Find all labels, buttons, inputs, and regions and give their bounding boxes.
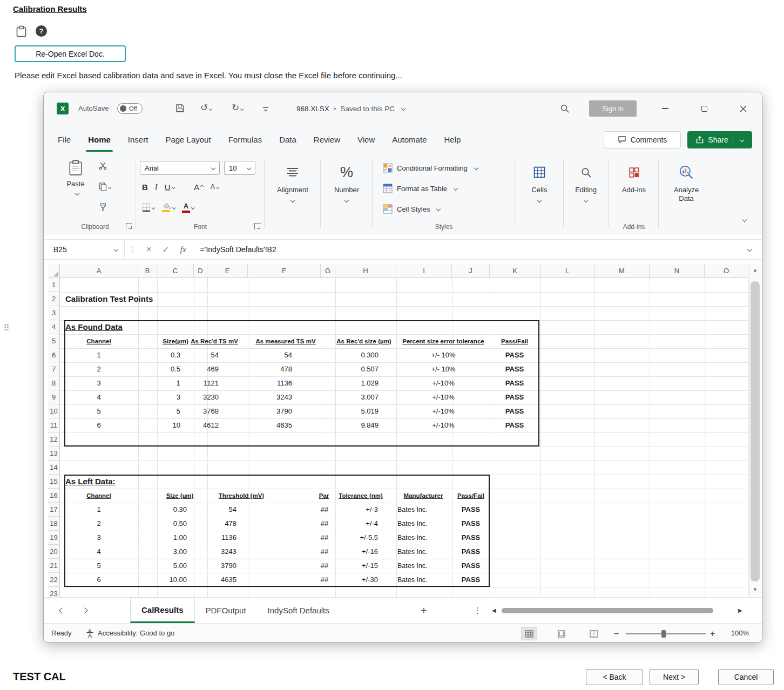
zoom-out-button[interactable]: − xyxy=(614,624,619,642)
column-header-J[interactable]: J xyxy=(452,264,490,278)
as-found-data-cell[interactable]: 6 xyxy=(97,418,100,432)
cut-button[interactable] xyxy=(99,162,107,170)
as-left-data-cell[interactable]: Bates Inc. xyxy=(397,573,428,587)
as-found-data-cell[interactable]: 4635 xyxy=(276,418,292,432)
as-found-data-cell[interactable]: 1.029 xyxy=(361,376,379,390)
as-left-data-cell[interactable]: ## xyxy=(321,517,328,531)
maximize-button[interactable] xyxy=(695,100,713,117)
as-left-data-cell[interactable]: Bates Inc. xyxy=(397,559,428,573)
as-left-header-cell[interactable]: Threshold (mV) xyxy=(219,489,264,503)
as-found-data-cell[interactable]: 478 xyxy=(280,362,292,376)
column-header-C[interactable]: C xyxy=(157,264,194,278)
copy-icon[interactable] xyxy=(16,25,26,39)
row-header-18[interactable]: 18 xyxy=(48,517,60,531)
as-left-data-cell[interactable]: 10.00 xyxy=(169,573,187,587)
as-left-data-cell[interactable]: +/-3 xyxy=(366,503,378,517)
as-found-data-cell[interactable]: 10 xyxy=(173,418,180,432)
as-left-data-cell[interactable]: ## xyxy=(321,545,328,559)
as-found-data-cell[interactable]: 0.5 xyxy=(171,362,180,376)
as-left-header-cell[interactable]: Size (µm) xyxy=(166,489,194,503)
horizontal-scrollbar[interactable] xyxy=(502,608,713,613)
share-button[interactable]: Share xyxy=(687,131,752,148)
as-found-data-cell[interactable]: 3 xyxy=(97,376,100,390)
help-icon[interactable]: ? xyxy=(36,25,47,37)
zoom-in-button[interactable]: + xyxy=(710,624,715,642)
as-found-data-cell[interactable]: PASS xyxy=(505,418,524,432)
ribbon-tab-help[interactable]: Help xyxy=(435,125,469,154)
as-found-data-cell[interactable]: 3 xyxy=(177,390,180,404)
cancel-entry-icon[interactable]: × xyxy=(146,245,151,254)
collapse-ribbon-icon[interactable] xyxy=(742,218,747,222)
row-header-11[interactable]: 11 xyxy=(48,418,60,432)
font-name-select[interactable]: Arial xyxy=(140,161,220,175)
column-header-I[interactable]: I xyxy=(396,264,452,278)
decrease-font-button[interactable]: A xyxy=(211,183,219,191)
as-left-data-cell[interactable]: +/-5.5 xyxy=(360,531,378,545)
as-left-data-cell[interactable]: 478 xyxy=(225,517,236,531)
row-header-17[interactable]: 17 xyxy=(48,503,60,517)
as-left-data-cell[interactable]: +/-15 xyxy=(362,559,378,573)
as-found-data-cell[interactable]: PASS xyxy=(505,376,524,390)
scroll-up-icon[interactable]: ▲ xyxy=(749,267,761,273)
as-left-data-cell[interactable]: 4635 xyxy=(221,573,236,587)
as-found-data-cell[interactable]: 0.507 xyxy=(361,362,379,376)
scroll-right-icon[interactable]: ▶ xyxy=(738,598,742,624)
row-header-9[interactable]: 9 xyxy=(48,390,60,404)
as-left-data-cell[interactable]: Bates Inc. xyxy=(397,545,428,559)
row-header-16[interactable]: 16 xyxy=(48,489,60,503)
column-header-B[interactable]: B xyxy=(138,264,157,278)
as-left-data-cell[interactable]: 5.00 xyxy=(173,559,187,573)
as-found-header-cell[interactable]: As measured TS mV xyxy=(255,334,315,348)
as-left-data-cell[interactable]: 3.00 xyxy=(173,545,187,559)
as-left-data-cell[interactable]: 3 xyxy=(97,531,100,545)
alignment-button[interactable]: Alignment xyxy=(266,154,319,234)
row-header-3[interactable]: 3 xyxy=(48,306,60,320)
as-found-data-cell[interactable]: 3243 xyxy=(276,390,292,404)
zoom-level[interactable]: 100% xyxy=(723,624,749,642)
as-left-data-cell[interactable]: 1.00 xyxy=(173,531,187,545)
accessibility-status[interactable]: Accessibility: Good to go xyxy=(98,624,174,642)
row-header-1[interactable]: 1 xyxy=(48,278,60,292)
bold-button[interactable]: B xyxy=(142,182,148,192)
sheet-tab-indysoft-defaults[interactable]: IndySoft Defaults xyxy=(257,598,340,623)
row-header-15[interactable]: 15 xyxy=(48,475,60,489)
scroll-left-icon[interactable]: ◀ xyxy=(492,598,496,624)
back-button[interactable]: < Back xyxy=(586,669,643,685)
row-header-5[interactable]: 5 xyxy=(48,334,60,348)
row-header-14[interactable]: 14 xyxy=(48,461,60,475)
column-header-K[interactable]: K xyxy=(490,264,540,278)
as-left-data-cell[interactable]: 3790 xyxy=(221,559,236,573)
confirm-entry-icon[interactable]: ✓ xyxy=(162,245,169,255)
as-found-data-cell[interactable]: 3790 xyxy=(276,404,292,418)
as-left-header-cell[interactable]: Pass/Fail xyxy=(457,489,484,503)
as-found-data-cell[interactable]: 1121 xyxy=(204,376,219,390)
ribbon-tab-review[interactable]: Review xyxy=(305,125,349,154)
paste-button[interactable]: Paste xyxy=(60,160,91,220)
as-left-data-cell[interactable]: 6 xyxy=(97,573,100,587)
column-header-H[interactable]: H xyxy=(335,264,396,278)
as-left-header-cell[interactable]: Channel xyxy=(86,489,111,503)
row-header-20[interactable]: 20 xyxy=(48,545,60,559)
dialog-launcher-icon[interactable] xyxy=(126,223,132,229)
as-left-data-cell[interactable]: PASS xyxy=(462,559,480,573)
as-left-header-cell[interactable]: Manufacturer xyxy=(404,489,443,503)
sheet-menu-icon[interactable]: ⋮ xyxy=(474,598,482,624)
as-found-data-cell[interactable]: 4 xyxy=(97,390,100,404)
next-sheet-icon[interactable] xyxy=(82,607,87,613)
as-found-data-cell[interactable]: 1 xyxy=(177,376,180,390)
column-header-A[interactable]: A xyxy=(60,264,138,278)
as-found-data-cell[interactable]: 0.3 xyxy=(171,348,180,362)
format-painter-button[interactable] xyxy=(99,203,107,212)
select-all-corner[interactable] xyxy=(48,264,60,278)
italic-button[interactable]: I xyxy=(155,182,158,192)
as-found-data-cell[interactable]: 1 xyxy=(97,348,100,362)
save-icon[interactable] xyxy=(175,104,185,115)
as-found-data-cell[interactable]: +/-10% xyxy=(432,418,455,432)
column-header-G[interactable]: G xyxy=(321,264,335,278)
name-box[interactable]: B25 xyxy=(44,240,125,259)
column-header-F[interactable]: F xyxy=(248,264,321,278)
as-found-data-cell[interactable]: 5.019 xyxy=(361,404,379,418)
underline-button[interactable]: U xyxy=(165,182,174,192)
zoom-slider-thumb[interactable] xyxy=(661,630,666,638)
copy-button[interactable] xyxy=(99,182,111,191)
